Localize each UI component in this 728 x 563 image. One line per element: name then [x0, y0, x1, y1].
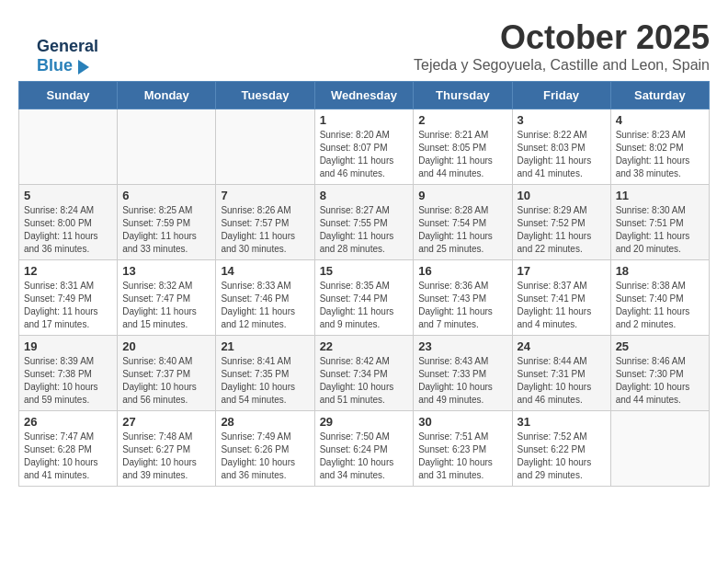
- calendar-cell: 12Sunrise: 8:31 AM Sunset: 7:49 PM Dayli…: [19, 260, 118, 336]
- day-number: 31: [518, 415, 606, 429]
- calendar-cell: 19Sunrise: 8:39 AM Sunset: 7:38 PM Dayli…: [19, 336, 118, 411]
- weekday-header-tuesday: Tuesday: [216, 82, 314, 109]
- day-info: Sunrise: 8:29 AM Sunset: 7:52 PM Dayligh…: [518, 204, 606, 256]
- day-number: 26: [24, 415, 112, 429]
- weekday-header-thursday: Thursday: [414, 82, 512, 109]
- calendar-cell: 7Sunrise: 8:26 AM Sunset: 7:57 PM Daylig…: [216, 185, 314, 260]
- day-number: 11: [616, 189, 704, 202]
- calendar-cell: 31Sunrise: 7:52 AM Sunset: 6:22 PM Dayli…: [512, 411, 610, 487]
- day-info: Sunrise: 8:22 AM Sunset: 8:03 PM Dayligh…: [518, 129, 606, 180]
- day-number: 8: [320, 189, 409, 202]
- weekday-header-sunday: Sunday: [19, 82, 118, 109]
- day-info: Sunrise: 8:26 AM Sunset: 7:57 PM Dayligh…: [221, 204, 309, 256]
- calendar-cell: 14Sunrise: 8:33 AM Sunset: 7:46 PM Dayli…: [216, 260, 314, 336]
- calendar-cell: 15Sunrise: 8:35 AM Sunset: 7:44 PM Dayli…: [314, 260, 414, 336]
- calendar-cell: 27Sunrise: 7:48 AM Sunset: 6:27 PM Dayli…: [118, 411, 216, 487]
- calendar-table: SundayMondayTuesdayWednesdayThursdayFrid…: [18, 81, 710, 487]
- weekday-header-row: SundayMondayTuesdayWednesdayThursdayFrid…: [19, 82, 710, 109]
- week-row-4: 19Sunrise: 8:39 AM Sunset: 7:38 PM Dayli…: [19, 336, 710, 411]
- day-number: 17: [518, 264, 606, 278]
- calendar-cell: 9Sunrise: 8:28 AM Sunset: 7:54 PM Daylig…: [414, 185, 512, 260]
- calendar-cell: [118, 109, 216, 185]
- header-section: October 2025 Tejeda y Segoyuela, Castill…: [18, 18, 710, 74]
- day-info: Sunrise: 8:39 AM Sunset: 7:38 PM Dayligh…: [24, 355, 112, 407]
- calendar-cell: 10Sunrise: 8:29 AM Sunset: 7:52 PM Dayli…: [512, 185, 610, 260]
- day-number: 20: [122, 339, 210, 353]
- top-section: General Blue October 2025 Tejeda y Segoy…: [18, 18, 710, 74]
- weekday-header-friday: Friday: [512, 82, 610, 109]
- calendar-cell: 30Sunrise: 7:51 AM Sunset: 6:23 PM Dayli…: [414, 411, 512, 487]
- day-number: 18: [616, 264, 704, 278]
- week-row-1: 1Sunrise: 8:20 AM Sunset: 8:07 PM Daylig…: [19, 109, 710, 185]
- day-number: 10: [518, 189, 606, 202]
- day-number: 23: [418, 339, 506, 353]
- calendar-cell: 6Sunrise: 8:25 AM Sunset: 7:59 PM Daylig…: [118, 185, 216, 260]
- logo: General Blue: [37, 37, 98, 75]
- calendar-cell: 24Sunrise: 8:44 AM Sunset: 7:31 PM Dayli…: [512, 336, 610, 411]
- day-info: Sunrise: 8:44 AM Sunset: 7:31 PM Dayligh…: [518, 355, 606, 407]
- day-number: 19: [24, 339, 112, 353]
- logo-arrow-icon: [78, 60, 89, 75]
- calendar-cell: 1Sunrise: 8:20 AM Sunset: 8:07 PM Daylig…: [314, 109, 414, 185]
- calendar-cell: [216, 109, 314, 185]
- day-number: 29: [320, 415, 409, 429]
- day-number: 7: [221, 189, 309, 202]
- day-info: Sunrise: 8:21 AM Sunset: 8:05 PM Dayligh…: [418, 129, 506, 180]
- day-number: 15: [320, 264, 409, 278]
- day-info: Sunrise: 8:36 AM Sunset: 7:43 PM Dayligh…: [418, 280, 506, 331]
- day-number: 24: [518, 339, 606, 353]
- calendar-cell: 5Sunrise: 8:24 AM Sunset: 8:00 PM Daylig…: [19, 185, 118, 260]
- weekday-header-wednesday: Wednesday: [314, 82, 414, 109]
- day-info: Sunrise: 8:20 AM Sunset: 8:07 PM Dayligh…: [320, 129, 409, 180]
- calendar-cell: 13Sunrise: 8:32 AM Sunset: 7:47 PM Dayli…: [118, 260, 216, 336]
- day-info: Sunrise: 8:30 AM Sunset: 7:51 PM Dayligh…: [616, 204, 704, 256]
- day-info: Sunrise: 7:50 AM Sunset: 6:24 PM Dayligh…: [320, 431, 409, 482]
- day-info: Sunrise: 7:48 AM Sunset: 6:27 PM Dayligh…: [122, 431, 210, 482]
- calendar-cell: 29Sunrise: 7:50 AM Sunset: 6:24 PM Dayli…: [314, 411, 414, 487]
- day-info: Sunrise: 8:42 AM Sunset: 7:34 PM Dayligh…: [320, 355, 409, 407]
- location-title: Tejeda y Segoyuela, Castille and Leon, S…: [18, 57, 710, 74]
- day-info: Sunrise: 8:43 AM Sunset: 7:33 PM Dayligh…: [418, 355, 506, 407]
- day-info: Sunrise: 8:31 AM Sunset: 7:49 PM Dayligh…: [24, 280, 112, 331]
- day-info: Sunrise: 7:51 AM Sunset: 6:23 PM Dayligh…: [418, 431, 506, 482]
- day-info: Sunrise: 8:46 AM Sunset: 7:30 PM Dayligh…: [616, 355, 704, 407]
- day-number: 28: [221, 415, 309, 429]
- calendar-cell: 11Sunrise: 8:30 AM Sunset: 7:51 PM Dayli…: [610, 185, 709, 260]
- day-info: Sunrise: 7:52 AM Sunset: 6:22 PM Dayligh…: [518, 431, 606, 482]
- logo-general: General: [37, 37, 98, 55]
- calendar-cell: 4Sunrise: 8:23 AM Sunset: 8:02 PM Daylig…: [610, 109, 709, 185]
- weekday-header-saturday: Saturday: [610, 82, 709, 109]
- calendar-cell: 22Sunrise: 8:42 AM Sunset: 7:34 PM Dayli…: [314, 336, 414, 411]
- day-number: 27: [122, 415, 210, 429]
- day-number: 22: [320, 339, 409, 353]
- day-info: Sunrise: 8:37 AM Sunset: 7:41 PM Dayligh…: [518, 280, 606, 331]
- day-info: Sunrise: 8:35 AM Sunset: 7:44 PM Dayligh…: [320, 280, 409, 331]
- logo-blue: Blue: [37, 56, 73, 75]
- weekday-header-monday: Monday: [118, 82, 216, 109]
- day-info: Sunrise: 8:24 AM Sunset: 8:00 PM Dayligh…: [24, 204, 112, 256]
- day-number: 5: [24, 189, 112, 202]
- day-info: Sunrise: 8:27 AM Sunset: 7:55 PM Dayligh…: [320, 204, 409, 256]
- day-info: Sunrise: 8:41 AM Sunset: 7:35 PM Dayligh…: [221, 355, 309, 407]
- calendar-cell: 8Sunrise: 8:27 AM Sunset: 7:55 PM Daylig…: [314, 185, 414, 260]
- day-info: Sunrise: 8:25 AM Sunset: 7:59 PM Dayligh…: [122, 204, 210, 256]
- day-info: Sunrise: 7:47 AM Sunset: 6:28 PM Dayligh…: [24, 431, 112, 482]
- day-number: 6: [122, 189, 210, 202]
- calendar-cell: 17Sunrise: 8:37 AM Sunset: 7:41 PM Dayli…: [512, 260, 610, 336]
- calendar-cell: 20Sunrise: 8:40 AM Sunset: 7:37 PM Dayli…: [118, 336, 216, 411]
- calendar-cell: 2Sunrise: 8:21 AM Sunset: 8:05 PM Daylig…: [414, 109, 512, 185]
- day-number: 12: [24, 264, 112, 278]
- calendar-cell: 3Sunrise: 8:22 AM Sunset: 8:03 PM Daylig…: [512, 109, 610, 185]
- day-info: Sunrise: 8:38 AM Sunset: 7:40 PM Dayligh…: [616, 280, 704, 331]
- calendar-cell: [610, 411, 709, 487]
- day-number: 3: [518, 113, 606, 127]
- day-number: 21: [221, 339, 309, 353]
- day-number: 25: [616, 339, 704, 353]
- day-number: 1: [320, 113, 409, 127]
- day-number: 13: [122, 264, 210, 278]
- day-info: Sunrise: 8:32 AM Sunset: 7:47 PM Dayligh…: [122, 280, 210, 331]
- day-number: 14: [221, 264, 309, 278]
- calendar-cell: 26Sunrise: 7:47 AM Sunset: 6:28 PM Dayli…: [19, 411, 118, 487]
- day-number: 30: [418, 415, 506, 429]
- month-title: October 2025: [18, 18, 710, 57]
